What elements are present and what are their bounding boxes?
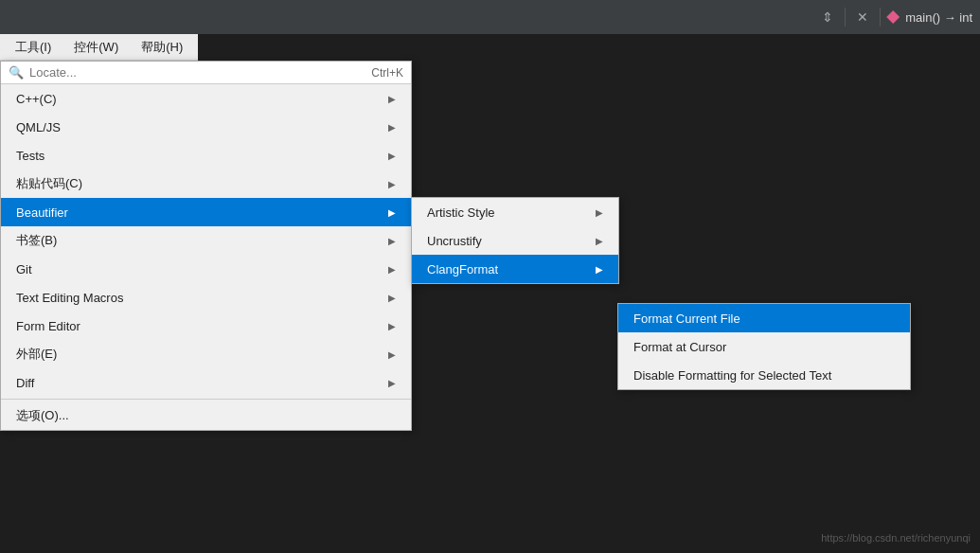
search-input[interactable]: [29, 65, 371, 80]
menu-item-format-current[interactable]: Format Current File: [618, 304, 910, 332]
function-icon: [886, 10, 900, 24]
arrow-icon: ▶: [388, 179, 396, 189]
menu-item-disable-formatting[interactable]: Disable Formatting for Selected Text: [618, 361, 910, 389]
menu-item-options[interactable]: 选项(O)...: [1, 401, 411, 430]
menu-l1: 🔍 Ctrl+K C++(C) ▶ QML/JS ▶ Tests ▶ 粘贴代码(…: [0, 61, 412, 431]
watermark: https://blog.csdn.net/richenyunqi: [821, 532, 971, 544]
menu-search-row: 🔍 Ctrl+K: [1, 62, 411, 84]
arrow-icon: ▶: [388, 94, 396, 104]
menu-item-uncrustify[interactable]: Uncrustify ▶: [412, 226, 618, 255]
arrow-icon: ▶: [596, 264, 603, 275]
menu-item-artistic[interactable]: Artistic Style ▶: [412, 198, 618, 226]
up-down-button[interactable]: ⇕: [816, 6, 839, 28]
menu-item-clangformat[interactable]: ClangFormat ▶: [412, 255, 618, 283]
function-indicator: main() → int: [886, 10, 972, 25]
menu-separator: [1, 399, 411, 400]
menu-item-beautifier[interactable]: Beautifier ▶: [1, 198, 411, 226]
arrow-icon: ▶: [388, 151, 396, 161]
menu-l3: Format Current File Format at Cursor Dis…: [617, 303, 911, 390]
menu-item-formeditor[interactable]: Form Editor ▶: [1, 312, 411, 340]
menu-item-diff[interactable]: Diff ▶: [1, 368, 411, 397]
menu-item-cpp[interactable]: C++(C) ▶: [1, 84, 411, 113]
arrow-icon: ▶: [596, 236, 603, 246]
toolbar-controls: ⇕ ✕ main() → int: [816, 6, 972, 28]
menu-item-textmacros[interactable]: Text Editing Macros ▶: [1, 283, 411, 312]
arrow-icon: ▶: [388, 378, 396, 388]
menubar-item-tools[interactable]: 工具(I): [4, 34, 62, 60]
menu-l2: Artistic Style ▶ Uncrustify ▶ ClangForma…: [411, 197, 619, 284]
search-icon: 🔍: [9, 65, 24, 80]
toolbar-separator-2: [880, 8, 881, 27]
search-shortcut: Ctrl+K: [371, 66, 403, 80]
menu-item-tests[interactable]: Tests ▶: [1, 141, 411, 169]
menu-item-qmljs[interactable]: QML/JS ▶: [1, 113, 411, 141]
menu-item-external[interactable]: 外部(E) ▶: [1, 340, 411, 368]
menubar-item-help[interactable]: 帮助(H): [130, 34, 194, 60]
arrow-icon: ▶: [388, 321, 396, 331]
menu-item-format-cursor[interactable]: Format at Cursor: [618, 332, 910, 361]
arrow-icon: ▶: [388, 236, 396, 246]
toolbar: ⇕ ✕ main() → int: [0, 0, 980, 34]
arrow-icon: ▶: [388, 207, 396, 218]
menubar: 工具(I) 控件(W) 帮助(H): [0, 34, 198, 61]
menubar-item-controls[interactable]: 控件(W): [62, 34, 130, 60]
arrow-icon: ▶: [388, 122, 396, 133]
menu-item-pastecode[interactable]: 粘贴代码(C) ▶: [1, 169, 411, 198]
arrow-icon: ▶: [388, 264, 396, 275]
arrow-icon: ▶: [388, 349, 396, 360]
function-label: main() → int: [905, 10, 972, 25]
toolbar-separator: [845, 8, 846, 27]
menu-item-git[interactable]: Git ▶: [1, 255, 411, 283]
arrow-icon: ▶: [596, 207, 603, 218]
close-button[interactable]: ✕: [851, 6, 874, 28]
menu-item-bookmark[interactable]: 书签(B) ▶: [1, 226, 411, 255]
arrow-icon: ▶: [388, 293, 396, 303]
